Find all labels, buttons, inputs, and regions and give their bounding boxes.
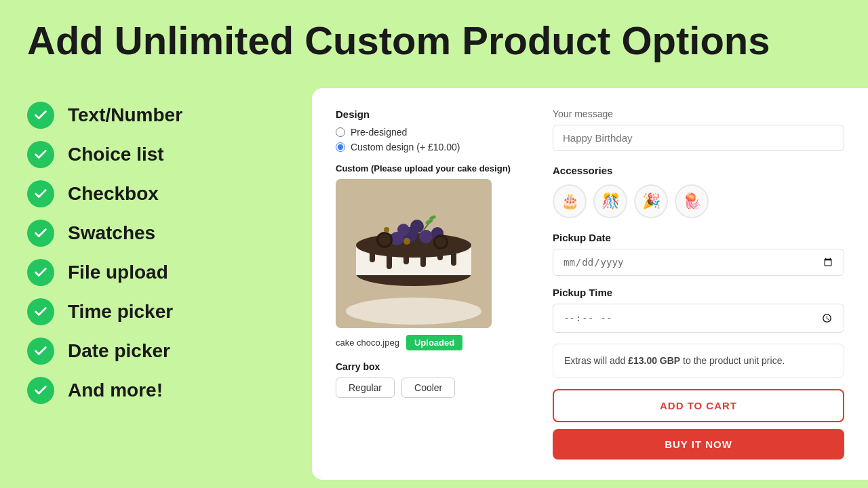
extras-suffix: to the product unit price. — [680, 355, 785, 366]
extras-info-box: Extras will add £13.00 GBP to the produc… — [553, 344, 844, 378]
buy-now-button[interactable]: BUY IT NOW — [553, 429, 844, 460]
message-label: Your message — [553, 108, 844, 119]
radio-pre-designed-input[interactable] — [336, 127, 345, 137]
feature-label-text-number: Text/Number — [68, 104, 182, 126]
svg-point-19 — [378, 234, 391, 246]
feature-label-file-upload: File upload — [68, 262, 168, 283]
feature-time-picker: Time picker — [27, 298, 278, 325]
accessory-jellyfish[interactable]: 🪼 — [675, 184, 709, 218]
feature-label-choice-list: Choice list — [68, 144, 164, 165]
filename: cake choco.jpeg — [336, 338, 399, 348]
design-label: Design — [336, 108, 526, 120]
feature-label-and-more: And more! — [68, 380, 163, 401]
check-icon-date-picker — [27, 338, 54, 365]
feature-label-swatches: Swatches — [68, 222, 155, 244]
feature-and-more: And more! — [27, 377, 278, 404]
feature-choice-list: Choice list — [27, 141, 278, 168]
check-icon-choice-list — [27, 141, 54, 168]
radio-custom-design-input[interactable] — [336, 142, 345, 152]
message-input[interactable] — [553, 125, 844, 151]
svg-point-26 — [384, 227, 389, 232]
feature-text-number: Text/Number — [27, 102, 278, 129]
pickup-date-label: Pickup Date — [553, 232, 844, 243]
feature-date-picker: Date picker — [27, 338, 278, 365]
feature-list: Text/Number Choice list Checkbox Swatche… — [0, 88, 305, 430]
accessories-label: Accessories — [553, 165, 844, 176]
check-icon-swatches — [27, 220, 54, 247]
check-icon-checkbox — [27, 180, 54, 207]
radio-custom-design[interactable]: Custom design (+ £10.00) — [336, 142, 526, 152]
check-icon-text-number — [27, 102, 54, 129]
feature-label-time-picker: Time picker — [68, 301, 173, 323]
accessories-row: 🎂 🎊 🎉 🪼 — [553, 184, 844, 218]
pickup-time-label: Pickup Time — [553, 287, 844, 298]
accessory-confetti[interactable]: 🎊 — [593, 184, 627, 218]
svg-point-17 — [410, 220, 424, 233]
feature-file-upload: File upload — [27, 259, 278, 286]
accessory-party-hat[interactable]: 🎉 — [634, 184, 668, 218]
carry-regular-button[interactable]: Regular — [336, 378, 395, 398]
design-radio-group: Pre-designed Custom design (+ £10.00) — [336, 127, 526, 152]
cake-image — [336, 179, 492, 328]
feature-label-date-picker: Date picker — [68, 340, 170, 362]
product-left-col: Design Pre-designed Custom design (+ £10… — [336, 108, 526, 460]
carry-box-options: Regular Cooler — [336, 378, 526, 398]
svg-point-16 — [397, 224, 410, 236]
pickup-time-input[interactable] — [553, 304, 844, 333]
svg-point-21 — [435, 237, 446, 247]
pickup-date-input[interactable] — [553, 249, 844, 276]
svg-point-25 — [403, 238, 410, 245]
add-to-cart-button[interactable]: ADD TO CART — [553, 389, 844, 422]
check-icon-file-upload — [27, 259, 54, 286]
file-info: cake choco.jpeg Uploaded — [336, 335, 526, 350]
svg-point-1 — [346, 298, 481, 325]
product-card: Design Pre-designed Custom design (+ £10… — [312, 88, 868, 480]
feature-checkbox: Checkbox — [27, 180, 278, 207]
check-icon-and-more — [27, 377, 54, 404]
carry-cooler-button[interactable]: Cooler — [401, 378, 455, 398]
check-icon-time-picker — [27, 298, 54, 325]
radio-pre-designed-label: Pre-designed — [351, 127, 407, 138]
product-right-col: Your message Accessories 🎂 🎊 🎉 🪼 Pickup … — [553, 108, 844, 460]
uploaded-badge: Uploaded — [406, 335, 462, 350]
feature-label-checkbox: Checkbox — [68, 183, 159, 205]
upload-label: Custom (Please upload your cake design) — [336, 163, 526, 174]
extras-text: Extras will add — [564, 355, 628, 366]
feature-swatches: Swatches — [27, 220, 278, 247]
carry-box-label: Carry box — [336, 361, 526, 372]
radio-custom-design-label: Custom design (+ £10.00) — [351, 142, 460, 152]
extras-amount: £13.00 GBP — [628, 355, 680, 366]
radio-pre-designed[interactable]: Pre-designed — [336, 127, 526, 138]
page-title: Add Unlimited Custom Product Options — [0, 0, 868, 76]
accessory-candles[interactable]: 🎂 — [553, 184, 587, 218]
